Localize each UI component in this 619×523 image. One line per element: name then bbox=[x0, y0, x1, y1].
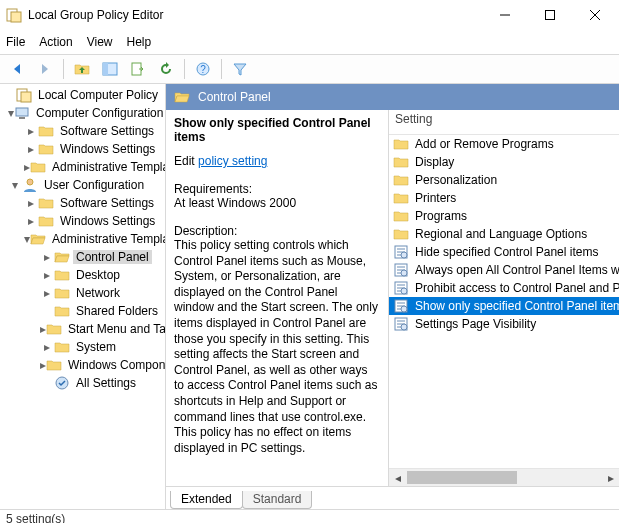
help-button[interactable]: ? bbox=[190, 56, 216, 82]
folder-icon bbox=[38, 195, 54, 211]
folder-icon bbox=[54, 303, 70, 319]
list-item-label: Hide specified Control Panel items bbox=[415, 245, 598, 259]
policy-icon bbox=[393, 316, 409, 332]
folder-icon bbox=[393, 154, 409, 170]
tree-root[interactable]: Local Computer Policy bbox=[35, 88, 161, 102]
setting-title: Show only specified Control Panel items bbox=[174, 116, 380, 144]
tab-extended[interactable]: Extended bbox=[170, 491, 243, 509]
description-body: This policy setting controls which Contr… bbox=[174, 238, 380, 456]
scroll-right-icon[interactable]: ▸ bbox=[602, 469, 619, 486]
list-item[interactable]: Regional and Language Options bbox=[389, 225, 619, 243]
expand-icon[interactable]: ▸ bbox=[24, 124, 38, 138]
tree-node[interactable]: Windows Settings bbox=[57, 214, 158, 228]
tree-node[interactable]: Windows Settings bbox=[57, 142, 158, 156]
maximize-button[interactable] bbox=[527, 1, 572, 29]
menu-help[interactable]: Help bbox=[127, 35, 152, 49]
console-tree[interactable]: Local Computer Policy ▾Computer Configur… bbox=[0, 84, 166, 509]
tree-node[interactable]: Desktop bbox=[73, 268, 123, 282]
settings-list[interactable]: Add or Remove ProgramsDisplayPersonaliza… bbox=[389, 135, 619, 468]
tree-uc[interactable]: User Configuration bbox=[41, 178, 147, 192]
list-item[interactable]: Prohibit access to Control Panel and PC … bbox=[389, 279, 619, 297]
list-item-label: Settings Page Visibility bbox=[415, 317, 536, 331]
user-icon bbox=[22, 177, 38, 193]
list-item[interactable]: Printers bbox=[389, 189, 619, 207]
expand-icon[interactable]: ▸ bbox=[24, 196, 38, 210]
folder-icon bbox=[38, 213, 54, 229]
folder-icon bbox=[393, 172, 409, 188]
folder-icon bbox=[393, 190, 409, 206]
tree-node[interactable]: Start Menu and Taskbar bbox=[65, 322, 166, 336]
description-label: Description: bbox=[174, 224, 380, 238]
list-item-label: Regional and Language Options bbox=[415, 227, 587, 241]
expand-icon[interactable]: ▸ bbox=[40, 250, 54, 264]
folder-open-icon bbox=[54, 249, 70, 265]
scroll-left-icon[interactable]: ◂ bbox=[389, 469, 406, 486]
edit-label: Edit bbox=[174, 154, 195, 168]
list-item[interactable]: Hide specified Control Panel items bbox=[389, 243, 619, 261]
tree-node[interactable]: Administrative Templates bbox=[49, 232, 166, 246]
folder-open-icon bbox=[30, 231, 46, 247]
tree-node[interactable]: Administrative Templates bbox=[49, 160, 166, 174]
list-item[interactable]: Personalization bbox=[389, 171, 619, 189]
tree-node[interactable]: System bbox=[73, 340, 119, 354]
tree-cc[interactable]: Computer Configuration bbox=[33, 106, 166, 120]
window-title: Local Group Policy Editor bbox=[28, 8, 482, 22]
show-hide-tree-button[interactable] bbox=[97, 56, 123, 82]
requirements-label: Requirements: bbox=[174, 182, 380, 196]
folder-icon bbox=[38, 141, 54, 157]
status-bar: 5 setting(s) bbox=[0, 509, 619, 523]
export-list-button[interactable] bbox=[125, 56, 151, 82]
svg-rect-15 bbox=[103, 63, 108, 75]
list-item[interactable]: Programs bbox=[389, 207, 619, 225]
tree-node[interactable]: All Settings bbox=[73, 376, 139, 390]
expand-icon[interactable]: ▸ bbox=[24, 214, 38, 228]
folder-icon bbox=[46, 357, 62, 373]
up-button[interactable] bbox=[69, 56, 95, 82]
expand-icon[interactable]: ▸ bbox=[40, 268, 54, 282]
list-item-label: Add or Remove Programs bbox=[415, 137, 554, 151]
collapse-icon[interactable]: ▾ bbox=[8, 178, 22, 192]
list-item[interactable]: Always open All Control Panel Items when… bbox=[389, 261, 619, 279]
policy-icon bbox=[393, 262, 409, 278]
tab-standard[interactable]: Standard bbox=[242, 491, 313, 509]
policy-setting-link[interactable]: policy setting bbox=[198, 154, 267, 168]
forward-button[interactable] bbox=[32, 56, 58, 82]
column-header-setting[interactable]: Setting bbox=[389, 110, 619, 135]
app-icon bbox=[6, 7, 22, 23]
folder-icon bbox=[54, 285, 70, 301]
scrollbar-thumb[interactable] bbox=[407, 471, 517, 484]
folder-icon bbox=[30, 159, 46, 175]
svg-text:?: ? bbox=[200, 64, 206, 75]
list-item[interactable]: Show only specified Control Panel items bbox=[389, 297, 619, 315]
menu-file[interactable]: File bbox=[6, 35, 25, 49]
horizontal-scrollbar[interactable]: ◂ ▸ bbox=[389, 468, 619, 486]
all-settings-icon bbox=[54, 375, 70, 391]
list-item-label: Personalization bbox=[415, 173, 497, 187]
menu-action[interactable]: Action bbox=[39, 35, 72, 49]
filter-button[interactable] bbox=[227, 56, 253, 82]
minimize-button[interactable] bbox=[482, 1, 527, 29]
list-item[interactable]: Display bbox=[389, 153, 619, 171]
policy-icon bbox=[393, 298, 409, 314]
menu-view[interactable]: View bbox=[87, 35, 113, 49]
tree-node[interactable]: Shared Folders bbox=[73, 304, 161, 318]
back-button[interactable] bbox=[4, 56, 30, 82]
tree-control-panel[interactable]: Control Panel bbox=[73, 250, 152, 264]
folder-icon bbox=[393, 208, 409, 224]
close-button[interactable] bbox=[572, 1, 617, 29]
list-item[interactable]: Settings Page Visibility bbox=[389, 315, 619, 333]
list-item[interactable]: Add or Remove Programs bbox=[389, 135, 619, 153]
tree-node[interactable]: Software Settings bbox=[57, 124, 157, 138]
expand-icon[interactable]: ▸ bbox=[24, 142, 38, 156]
folder-icon bbox=[46, 321, 62, 337]
folder-icon bbox=[54, 267, 70, 283]
refresh-button[interactable] bbox=[153, 56, 179, 82]
list-item-label: Show only specified Control Panel items bbox=[415, 299, 619, 313]
tree-node[interactable]: Network bbox=[73, 286, 123, 300]
expand-icon[interactable]: ▸ bbox=[40, 340, 54, 354]
gp-icon bbox=[16, 87, 32, 103]
expand-icon[interactable]: ▸ bbox=[40, 286, 54, 300]
list-item-label: Display bbox=[415, 155, 454, 169]
tree-node[interactable]: Windows Components bbox=[65, 358, 166, 372]
tree-node[interactable]: Software Settings bbox=[57, 196, 157, 210]
